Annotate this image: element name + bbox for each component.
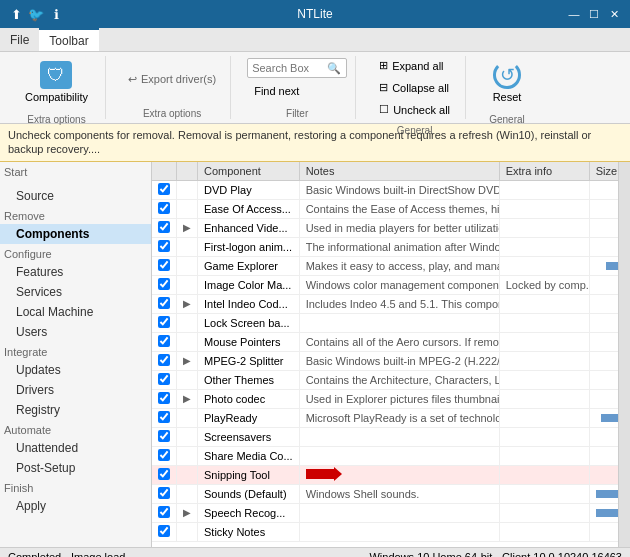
row-checkbox[interactable] xyxy=(158,525,170,537)
find-next-button[interactable]: Find next xyxy=(247,82,347,100)
table-row: First-logon anim...The informational ani… xyxy=(152,237,618,256)
row-checkbox[interactable] xyxy=(158,468,170,480)
scrollbar[interactable] xyxy=(618,162,630,547)
row-notes: Contains all of the Aero cursors. If rem… xyxy=(299,332,499,351)
row-notes: Basic Windows built-in MPEG-2 (H.222/H..… xyxy=(299,351,499,370)
table-row: ▶Enhanced Vide...Used in media players f… xyxy=(152,218,618,237)
export-label: Export driver(s) xyxy=(141,73,216,85)
info-icon[interactable]: ℹ xyxy=(48,6,64,22)
search-input[interactable] xyxy=(252,62,327,74)
row-checkbox[interactable] xyxy=(158,449,170,461)
row-notes xyxy=(299,427,499,446)
row-checkbox[interactable] xyxy=(158,297,170,309)
row-extra-info xyxy=(499,180,589,199)
row-notes xyxy=(299,465,499,484)
row-expand-cell xyxy=(177,370,198,389)
sidebar-item-features[interactable]: Features xyxy=(0,262,151,282)
reset-button[interactable]: ↺ Reset xyxy=(482,56,532,108)
sidebar-item-updates[interactable]: Updates xyxy=(0,360,151,380)
export-driver-button[interactable]: ↩ Export driver(s) xyxy=(122,71,222,88)
row-checkbox[interactable] xyxy=(158,411,170,423)
row-checkbox-cell xyxy=(152,332,177,351)
row-checkbox[interactable] xyxy=(158,373,170,385)
row-extra-info xyxy=(499,256,589,275)
twitter-icon[interactable]: 🐦 xyxy=(28,6,44,22)
minimize-button[interactable]: — xyxy=(566,6,582,22)
collapse-all-button[interactable]: ⊟ Collapse all xyxy=(372,78,457,97)
row-notes: Basic Windows built-in DirectShow DVD ..… xyxy=(299,180,499,199)
info-bar: Uncheck components for removal. Removal … xyxy=(0,124,630,162)
row-checkbox[interactable] xyxy=(158,259,170,271)
row-checkbox-cell xyxy=(152,180,177,199)
row-checkbox[interactable] xyxy=(158,392,170,404)
row-size: 0.01 xyxy=(589,199,618,218)
row-notes: Used in media players for better utiliza… xyxy=(299,218,499,237)
sidebar-item-components[interactable]: Components xyxy=(0,224,151,244)
row-expand-cell[interactable]: ▶ xyxy=(177,503,198,522)
row-checkbox[interactable] xyxy=(158,316,170,328)
table-row: Sounds (Default)Windows Shell sounds.17.… xyxy=(152,484,618,503)
row-extra-info xyxy=(499,522,589,541)
sidebar-item-source[interactable]: Source xyxy=(0,186,151,206)
row-size: 0.41 xyxy=(589,446,618,465)
section-integrate: Integrate xyxy=(0,342,151,360)
status-bar: Completed - Image load Windows 10 Home 6… xyxy=(0,547,630,557)
row-checkbox[interactable] xyxy=(158,335,170,347)
row-checkbox[interactable] xyxy=(158,202,170,214)
uncheck-icon: ☐ xyxy=(379,103,389,116)
sidebar-item-services[interactable]: Services xyxy=(0,282,151,302)
search-icon: 🔍 xyxy=(327,62,341,75)
compatibility-button[interactable]: 🛡 Compatibility xyxy=(16,56,97,108)
expand-all-button[interactable]: ⊞ Expand all xyxy=(372,56,457,75)
table-row: Ease Of Access...Contains the Ease of Ac… xyxy=(152,199,618,218)
row-size: 0.18 xyxy=(589,237,618,256)
row-notes: Contains the Architecture, Characters, L… xyxy=(299,370,499,389)
general-label2: General xyxy=(489,112,525,125)
maximize-button[interactable]: ☐ xyxy=(586,6,602,22)
row-component-name: Snipping Tool xyxy=(198,465,300,484)
row-checkbox[interactable] xyxy=(158,506,170,518)
row-expand-cell[interactable]: ▶ xyxy=(177,389,198,408)
row-extra-info xyxy=(499,503,589,522)
menu-item-toolbar[interactable]: Toolbar xyxy=(39,28,98,51)
row-size: 14.68 xyxy=(589,408,618,427)
sidebar-item-unattended[interactable]: Unattended xyxy=(0,438,151,458)
compat-icon: 🛡 xyxy=(40,61,72,89)
close-button[interactable]: ✕ xyxy=(606,6,622,22)
sidebar-item-drivers[interactable]: Drivers xyxy=(0,380,151,400)
uncheck-all-button[interactable]: ☐ Uncheck all xyxy=(372,100,457,119)
row-component-name: Game Explorer xyxy=(198,256,300,275)
row-checkbox[interactable] xyxy=(158,240,170,252)
expand-all-label: Expand all xyxy=(392,60,443,72)
row-expand-cell[interactable]: ▶ xyxy=(177,294,198,313)
row-checkbox[interactable] xyxy=(158,487,170,499)
up-icon[interactable]: ⬆ xyxy=(8,6,24,22)
row-checkbox[interactable] xyxy=(158,354,170,366)
menu-bar: File Toolbar xyxy=(0,28,630,52)
row-checkbox-cell xyxy=(152,503,177,522)
col-check xyxy=(152,162,177,181)
row-checkbox[interactable] xyxy=(158,278,170,290)
row-notes: Windows color management component, ... xyxy=(299,275,499,294)
row-extra-info xyxy=(499,408,589,427)
search-box-container[interactable]: 🔍 xyxy=(247,58,347,78)
row-expand-cell[interactable]: ▶ xyxy=(177,218,198,237)
status-left: Completed - Image load xyxy=(8,551,125,557)
row-extra-info xyxy=(499,237,589,256)
sidebar-item-local-machine[interactable]: Local Machine xyxy=(0,302,151,322)
row-notes: Includes Indeo 4.5 and 5.1. This compon.… xyxy=(299,294,499,313)
row-component-name: Lock Screen ba... xyxy=(198,313,300,332)
window-title: NTLite xyxy=(64,7,566,21)
row-extra-info xyxy=(499,332,589,351)
row-expand-cell[interactable]: ▶ xyxy=(177,351,198,370)
sidebar-item-apply[interactable]: Apply xyxy=(0,496,151,516)
menu-item-file[interactable]: File xyxy=(0,28,39,51)
row-notes: Makes it easy to access, play, and manag… xyxy=(299,256,499,275)
sidebar-item-registry[interactable]: Registry xyxy=(0,400,151,420)
row-checkbox[interactable] xyxy=(158,221,170,233)
sidebar-item-users[interactable]: Users xyxy=(0,322,151,342)
reset-icon: ↺ xyxy=(493,61,521,89)
row-checkbox[interactable] xyxy=(158,183,170,195)
sidebar-item-post-setup[interactable]: Post-Setup xyxy=(0,458,151,478)
row-checkbox[interactable] xyxy=(158,430,170,442)
